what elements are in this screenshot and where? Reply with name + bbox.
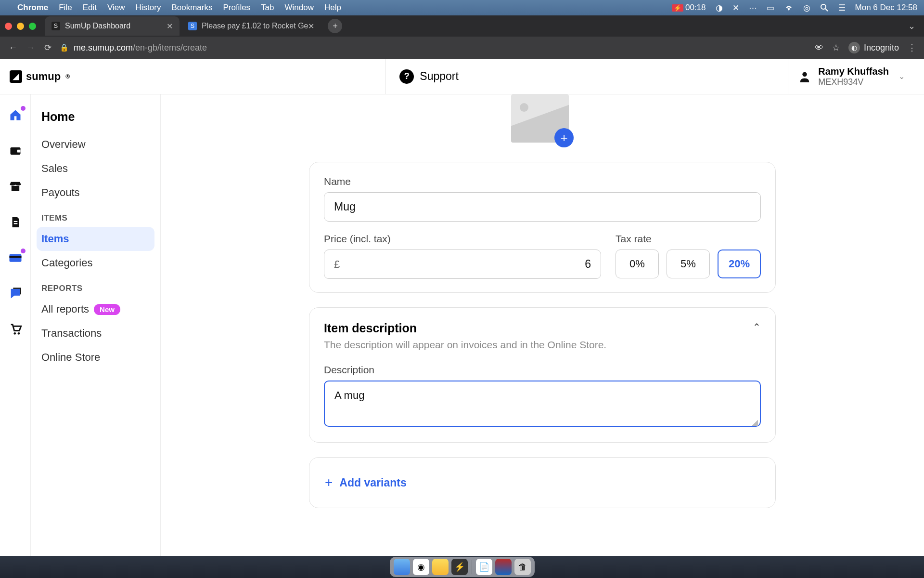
- macos-dock: ◉ ⚡ 📄 🗑: [390, 557, 535, 577]
- rail-chat-icon[interactable]: [8, 286, 23, 301]
- support-link[interactable]: ? Support: [386, 69, 472, 84]
- lock-icon[interactable]: 🔒: [60, 43, 69, 52]
- rail-card-icon[interactable]: [8, 250, 23, 265]
- description-label: Description: [324, 364, 761, 376]
- svg-rect-6: [13, 221, 17, 222]
- svg-point-11: [17, 332, 20, 335]
- dock-chrome-icon[interactable]: ◉: [413, 559, 429, 575]
- forward-button[interactable]: →: [25, 43, 36, 53]
- price-input-wrapper[interactable]: £: [324, 250, 601, 279]
- description-input[interactable]: [324, 381, 761, 427]
- rail-cart-icon[interactable]: [8, 322, 23, 336]
- main-content: + Name Price (incl. tax) £ Tax rate: [161, 94, 924, 556]
- status-icon[interactable]: ✕: [732, 3, 739, 13]
- status-icon[interactable]: ◎: [803, 3, 810, 13]
- price-label: Price (incl. tax): [324, 233, 601, 245]
- tracking-icon[interactable]: 👁: [815, 43, 823, 53]
- browser-tab-active[interactable]: S SumUp Dashboard ✕: [45, 16, 180, 36]
- description-section-subtitle: The description will appear on invoices …: [324, 339, 606, 351]
- window-close-button[interactable]: [5, 23, 12, 30]
- browser-tab[interactable]: S Please pay £1.02 to Rocket Ge ✕: [181, 16, 321, 36]
- sidebar-item-transactions[interactable]: Transactions: [37, 321, 154, 345]
- dock-app-icon[interactable]: [495, 559, 512, 575]
- menu-window[interactable]: Window: [285, 3, 314, 13]
- menu-profiles[interactable]: Profiles: [223, 3, 250, 13]
- dock-app-icon[interactable]: ⚡: [451, 559, 468, 575]
- collapse-icon[interactable]: ⌃: [753, 321, 761, 333]
- sidebar-item-items[interactable]: Items: [37, 227, 154, 251]
- power-icon[interactable]: ▭: [767, 3, 774, 13]
- menu-bookmarks[interactable]: Bookmarks: [171, 3, 212, 13]
- description-section-title: Item description: [324, 321, 606, 335]
- address-bar[interactable]: 🔒 me.sumup.com/en-gb/items/create: [60, 43, 808, 53]
- menu-tab[interactable]: Tab: [261, 3, 274, 13]
- tax-option-0[interactable]: 0%: [616, 250, 659, 278]
- plus-icon: +: [325, 475, 333, 490]
- name-input[interactable]: [324, 192, 761, 222]
- control-center-icon[interactable]: ☰: [838, 3, 846, 13]
- user-menu[interactable]: Ramy Khuffash MEXH934V ⌄: [788, 66, 914, 87]
- add-variants-label: Add variants: [339, 476, 406, 489]
- tax-option-20[interactable]: 20%: [718, 250, 761, 278]
- wifi-icon[interactable]: [784, 4, 794, 12]
- brand-name: sumup: [26, 70, 61, 83]
- menu-history[interactable]: History: [135, 3, 161, 13]
- price-input[interactable]: [340, 258, 591, 271]
- sidebar-item-categories[interactable]: Categories: [37, 251, 154, 275]
- tab-overflow-icon[interactable]: ⌄: [908, 21, 915, 31]
- spotlight-icon[interactable]: [820, 3, 829, 12]
- close-tab-icon[interactable]: ✕: [308, 22, 314, 31]
- dock-separator: [472, 560, 472, 574]
- battery-status[interactable]: ⚡00:18: [672, 3, 706, 13]
- sidebar-item-all-reports[interactable]: All reports New: [37, 297, 154, 321]
- sidebar-item-sales[interactable]: Sales: [37, 157, 154, 181]
- reload-button[interactable]: ⟳: [42, 42, 53, 53]
- sidebar-item-payouts[interactable]: Payouts: [37, 181, 154, 205]
- sidebar-item-label: Payouts: [41, 186, 80, 199]
- incognito-indicator[interactable]: ◐ Incognito: [848, 42, 899, 53]
- dock-doc-icon[interactable]: 📄: [476, 559, 492, 575]
- add-image-button[interactable]: +: [554, 128, 574, 147]
- dock-app-icon[interactable]: [432, 559, 449, 575]
- dock-trash-icon[interactable]: 🗑: [514, 559, 531, 575]
- svg-rect-7: [13, 223, 17, 224]
- brand-logo[interactable]: ◢ sumup®: [10, 70, 70, 83]
- browser-menu-button[interactable]: ⋮: [908, 42, 916, 53]
- svg-rect-8: [9, 254, 21, 262]
- tab-title: SumUp Dashboard: [65, 22, 130, 30]
- brand-mark: ®: [65, 73, 70, 80]
- menubar-app-name[interactable]: Chrome: [17, 3, 48, 13]
- status-icon[interactable]: ⋯: [749, 3, 757, 13]
- new-tab-button[interactable]: +: [328, 19, 342, 33]
- menu-help[interactable]: Help: [324, 3, 341, 13]
- image-upload[interactable]: +: [511, 94, 574, 147]
- rail-wallet-icon[interactable]: [8, 144, 23, 158]
- user-icon: [798, 70, 811, 83]
- svg-point-2: [803, 72, 807, 76]
- svg-rect-9: [9, 256, 21, 258]
- menu-edit[interactable]: Edit: [83, 3, 97, 13]
- add-variants-button[interactable]: + Add variants: [324, 471, 761, 494]
- incognito-icon: ◐: [848, 42, 860, 53]
- rail-doc-icon[interactable]: [8, 215, 23, 229]
- rail-home-icon[interactable]: [8, 108, 23, 122]
- window-minimize-button[interactable]: [17, 23, 24, 30]
- chevron-down-icon: ⌄: [898, 72, 905, 81]
- user-name: Ramy Khuffash: [818, 66, 889, 77]
- back-button[interactable]: ←: [8, 43, 18, 53]
- window-zoom-button[interactable]: [29, 23, 36, 30]
- dock-finder-icon[interactable]: [394, 559, 410, 575]
- sidebar-item-overview[interactable]: Overview: [37, 132, 154, 157]
- macos-dock-area: ◉ ⚡ 📄 🗑: [0, 556, 924, 578]
- status-icon[interactable]: ◑: [716, 3, 723, 13]
- menu-file[interactable]: File: [59, 3, 72, 13]
- menubar-clock[interactable]: Mon 6 Dec 12:58: [855, 3, 917, 13]
- tax-rate-options: 0% 5% 20%: [616, 250, 761, 278]
- rail-store-icon[interactable]: [8, 179, 23, 194]
- browser-toolbar: ← → ⟳ 🔒 me.sumup.com/en-gb/items/create …: [0, 37, 924, 59]
- bookmark-icon[interactable]: ☆: [832, 42, 840, 53]
- menu-view[interactable]: View: [107, 3, 125, 13]
- sidebar-item-online-store[interactable]: Online Store: [37, 345, 154, 369]
- tax-option-5[interactable]: 5%: [667, 250, 710, 278]
- close-tab-icon[interactable]: ✕: [167, 22, 173, 31]
